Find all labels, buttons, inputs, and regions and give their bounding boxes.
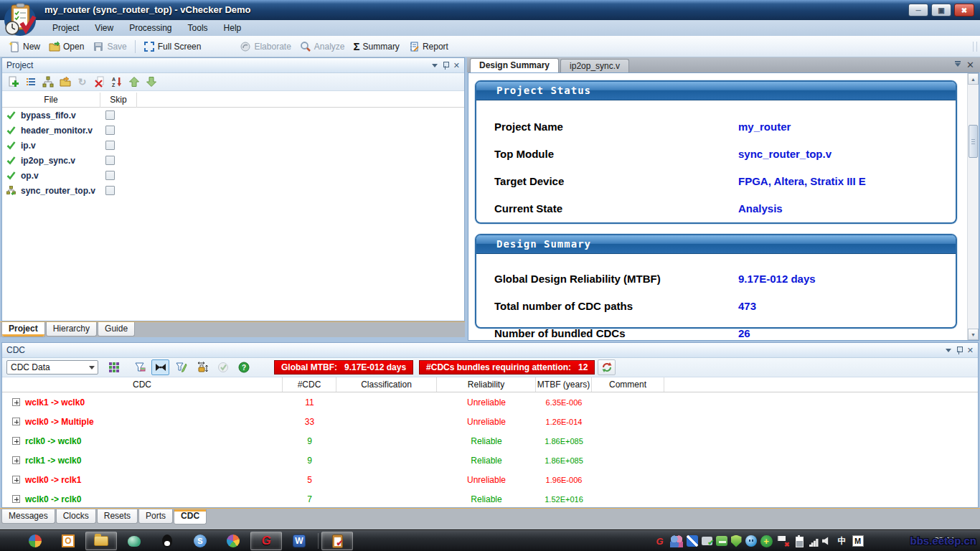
- new-button[interactable]: New: [4, 38, 44, 55]
- table-row[interactable]: rclk0 -> wclk0 9 Reliable 1.86E+085: [2, 431, 978, 451]
- refresh-button[interactable]: [598, 359, 616, 375]
- tab-project[interactable]: Project: [1, 322, 45, 337]
- tray-messenger-icon[interactable]: [745, 535, 757, 547]
- skip-checkbox[interactable]: [105, 126, 115, 135]
- skip-checkbox[interactable]: [105, 186, 115, 195]
- lock-columns-button[interactable]: [193, 359, 211, 375]
- minimize-button[interactable]: ─: [908, 4, 928, 17]
- column-header-cdc[interactable]: CDC: [2, 377, 283, 392]
- tab-hierarchy[interactable]: Hierarchy: [46, 322, 97, 336]
- taskbar-s-app-icon[interactable]: S: [184, 532, 216, 550]
- tab-clocks[interactable]: Clocks: [56, 509, 96, 524]
- taskbar-pinwheel-icon[interactable]: [19, 532, 51, 550]
- table-row[interactable]: wclk0 -> rclk1 5 Unreliable 1.96E-006: [2, 470, 978, 489]
- open-button[interactable]: Open: [44, 38, 88, 55]
- menu-item-tools[interactable]: Tools: [180, 23, 216, 33]
- sort-az-button[interactable]: AZ: [109, 75, 124, 90]
- close-panel-icon[interactable]: ✕: [453, 62, 460, 70]
- clock-zone[interactable]: 23:24 bbs.eetop.cn: [894, 530, 979, 551]
- full-screen-button[interactable]: Full Screen: [139, 38, 206, 55]
- expand-icon[interactable]: [12, 456, 20, 464]
- skip-checkbox[interactable]: [105, 141, 115, 150]
- column-header-classification[interactable]: Classification: [336, 377, 437, 392]
- tab-cdc[interactable]: CDC: [174, 509, 207, 524]
- taskbar-qq-icon[interactable]: [151, 532, 183, 550]
- tab-design-summary[interactable]: Design Summary: [470, 58, 559, 72]
- tray-battery-icon[interactable]: [793, 534, 806, 547]
- close-panel-icon[interactable]: ✕: [967, 347, 974, 354]
- reload-file-button[interactable]: ↻: [75, 75, 90, 90]
- tab-ports[interactable]: Ports: [138, 509, 173, 524]
- table-row[interactable]: wclk0 -> rclk0 7 Reliable 1.52E+016: [2, 489, 978, 507]
- panel-menu-icon[interactable]: [946, 349, 951, 352]
- expand-icon[interactable]: [12, 495, 20, 503]
- tray-antivirus-icon[interactable]: +: [760, 535, 773, 547]
- tray-contacts-icon[interactable]: [670, 534, 683, 547]
- table-row[interactable]: rclk1 -> wclk0 9 Reliable 1.86E+085: [2, 451, 978, 470]
- filter-edit-button[interactable]: [172, 359, 190, 375]
- file-row[interactable]: ip2op_sync.v: [2, 153, 464, 168]
- hierarchy-button[interactable]: [40, 75, 55, 90]
- summary-button[interactable]: Σ Summary: [349, 38, 404, 55]
- report-button[interactable]: Report: [404, 38, 453, 55]
- highlight-filter-button[interactable]: [151, 359, 169, 375]
- panel-menu-icon[interactable]: [432, 64, 438, 67]
- file-row[interactable]: bypass_fifo.v: [2, 108, 464, 123]
- tray-g-icon[interactable]: G: [654, 534, 666, 547]
- layout-grid-button[interactable]: [101, 359, 128, 375]
- tab-guide[interactable]: Guide: [98, 322, 135, 336]
- scroll-down-icon[interactable]: ▼: [968, 329, 979, 340]
- vertical-scrollbar[interactable]: ▲ ▼: [967, 73, 979, 340]
- expand-icon[interactable]: [12, 476, 20, 484]
- tab-messages[interactable]: Messages: [1, 509, 55, 524]
- tray-shield-icon[interactable]: [731, 535, 742, 547]
- file-row[interactable]: header_monitor.v: [2, 123, 464, 138]
- tray-signal-icon[interactable]: [809, 539, 819, 547]
- column-header-mtbf[interactable]: MTBF (years): [536, 377, 592, 392]
- taskbar-pinwheel2-icon[interactable]: [217, 532, 249, 550]
- tray-sync-check-icon[interactable]: [702, 537, 712, 545]
- menu-item-view[interactable]: View: [87, 23, 121, 33]
- apply-button[interactable]: [214, 359, 232, 375]
- pin-icon[interactable]: [956, 347, 962, 354]
- taskbar-word-icon[interactable]: W: [283, 532, 315, 550]
- expand-icon[interactable]: [12, 398, 20, 406]
- move-up-button[interactable]: [126, 75, 141, 90]
- close-button[interactable]: ✖: [954, 4, 974, 17]
- column-header-comment[interactable]: Comment: [592, 377, 664, 392]
- column-header-count[interactable]: #CDC: [283, 377, 336, 392]
- restore-button[interactable]: ▣: [931, 4, 951, 17]
- skip-checkbox[interactable]: [105, 156, 115, 165]
- menu-item-processing[interactable]: Processing: [121, 23, 179, 33]
- add-files-button[interactable]: [6, 75, 21, 90]
- help-button[interactable]: ?: [235, 359, 253, 375]
- skip-column-header[interactable]: Skip: [100, 93, 137, 108]
- taskbar-g-app-icon[interactable]: G: [250, 532, 282, 550]
- skip-checkbox[interactable]: [105, 110, 115, 120]
- column-header-reliability[interactable]: Reliability: [437, 377, 536, 392]
- tab-list-icon[interactable]: [955, 63, 961, 67]
- tray-wrench-icon[interactable]: [687, 535, 698, 547]
- table-row[interactable]: wclk1 -> wclk0 11 Unreliable 6.35E-006: [2, 392, 978, 412]
- expand-icon[interactable]: [12, 418, 20, 425]
- file-column-header[interactable]: File: [2, 93, 100, 108]
- move-down-button[interactable]: [143, 75, 159, 90]
- file-row[interactable]: sync_router_top.v: [2, 183, 464, 198]
- pin-icon[interactable]: [443, 62, 448, 70]
- remove-file-button[interactable]: [92, 75, 107, 90]
- tab-ip2op-sync[interactable]: ip2op_sync.v: [560, 59, 629, 72]
- taskbar-vchecker-icon[interactable]: [321, 532, 353, 550]
- scroll-thumb[interactable]: [969, 125, 978, 158]
- analyze-button[interactable]: Analyze: [296, 38, 349, 55]
- save-button[interactable]: Save: [88, 38, 131, 55]
- file-row[interactable]: ip.v: [2, 138, 464, 153]
- menu-item-help[interactable]: Help: [216, 23, 250, 33]
- tray-toolbox-icon[interactable]: [716, 536, 727, 546]
- elaborate-button[interactable]: Elaborate: [235, 38, 295, 55]
- tray-ime-icon[interactable]: 中: [836, 534, 849, 547]
- file-list-button[interactable]: [23, 75, 38, 90]
- tray-volume-icon[interactable]: [822, 537, 832, 545]
- skip-checkbox[interactable]: [105, 171, 115, 180]
- cdc-view-select[interactable]: CDC Data: [6, 360, 98, 375]
- tray-network-error-icon[interactable]: [776, 534, 789, 547]
